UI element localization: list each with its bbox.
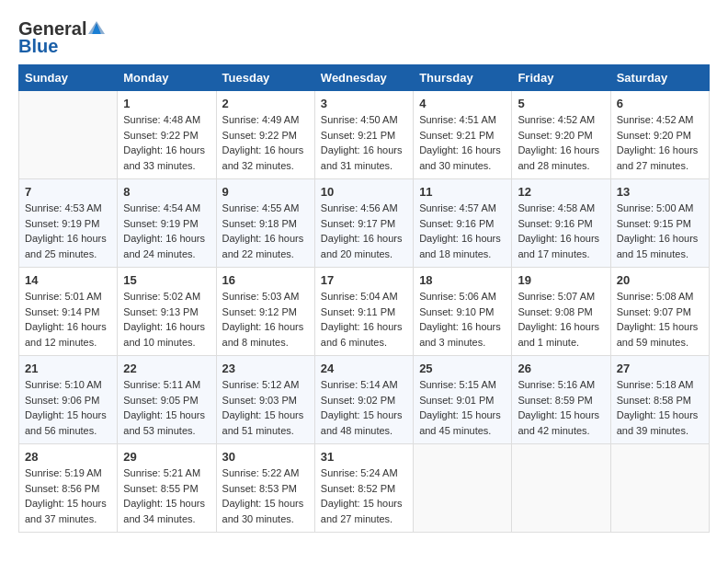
day-info: Sunrise: 5:19 AMSunset: 8:56 PMDaylight:… xyxy=(25,465,111,526)
day-number: 25 xyxy=(419,362,506,375)
day-cell: 11Sunrise: 4:57 AMSunset: 9:16 PMDayligh… xyxy=(414,179,512,268)
day-number: 6 xyxy=(617,97,703,110)
logo: General Blue xyxy=(18,18,105,57)
day-number: 26 xyxy=(518,362,604,375)
day-info: Sunrise: 5:08 AMSunset: 9:07 PMDaylight:… xyxy=(617,289,703,350)
day-info: Sunrise: 5:01 AMSunset: 9:14 PMDaylight:… xyxy=(25,289,111,350)
week-row-2: 7Sunrise: 4:53 AMSunset: 9:19 PMDaylight… xyxy=(19,179,710,268)
day-cell: 6Sunrise: 4:52 AMSunset: 9:20 PMDaylight… xyxy=(610,91,709,179)
day-cell: 30Sunrise: 5:22 AMSunset: 8:53 PMDayligh… xyxy=(216,444,314,533)
week-row-4: 21Sunrise: 5:10 AMSunset: 9:06 PMDayligh… xyxy=(19,356,710,444)
day-number: 9 xyxy=(222,185,309,199)
day-number: 21 xyxy=(25,362,111,375)
calendar-table: SundayMondayTuesdayWednesdayThursdayFrid… xyxy=(18,64,710,533)
day-cell: 8Sunrise: 4:54 AMSunset: 9:19 PMDaylight… xyxy=(118,179,216,268)
logo-triangle-icon xyxy=(88,19,105,36)
day-number: 17 xyxy=(321,273,407,287)
day-cell: 12Sunrise: 4:58 AMSunset: 9:16 PMDayligh… xyxy=(512,179,610,268)
day-info: Sunrise: 5:14 AMSunset: 9:02 PMDaylight:… xyxy=(321,377,407,438)
header-cell-tuesday: Tuesday xyxy=(216,65,314,91)
day-cell: 4Sunrise: 4:51 AMSunset: 9:21 PMDaylight… xyxy=(414,91,512,179)
day-info: Sunrise: 5:21 AMSunset: 8:55 PMDaylight:… xyxy=(123,465,210,526)
header-cell-wednesday: Wednesday xyxy=(314,65,413,91)
day-number: 8 xyxy=(123,185,210,199)
day-number: 28 xyxy=(25,450,111,464)
header-cell-saturday: Saturday xyxy=(610,65,709,91)
day-number: 24 xyxy=(321,362,407,375)
day-cell: 25Sunrise: 5:15 AMSunset: 9:01 PMDayligh… xyxy=(414,356,512,444)
day-number: 31 xyxy=(321,450,407,464)
day-cell: 10Sunrise: 4:56 AMSunset: 9:17 PMDayligh… xyxy=(314,179,413,268)
day-number: 12 xyxy=(518,185,604,199)
day-info: Sunrise: 4:50 AMSunset: 9:21 PMDaylight:… xyxy=(321,112,407,173)
day-number: 30 xyxy=(222,450,309,464)
day-info: Sunrise: 5:16 AMSunset: 8:59 PMDaylight:… xyxy=(518,377,604,438)
day-cell: 29Sunrise: 5:21 AMSunset: 8:55 PMDayligh… xyxy=(118,444,216,533)
day-number: 27 xyxy=(617,362,703,375)
day-cell: 19Sunrise: 5:07 AMSunset: 9:08 PMDayligh… xyxy=(512,268,610,356)
day-info: Sunrise: 5:12 AMSunset: 9:03 PMDaylight:… xyxy=(222,377,309,438)
day-number: 3 xyxy=(321,97,407,110)
day-info: Sunrise: 4:52 AMSunset: 9:20 PMDaylight:… xyxy=(518,112,604,173)
day-info: Sunrise: 5:03 AMSunset: 9:12 PMDaylight:… xyxy=(222,289,309,350)
day-cell: 31Sunrise: 5:24 AMSunset: 8:52 PMDayligh… xyxy=(314,444,413,533)
day-number: 22 xyxy=(123,362,210,375)
day-cell: 13Sunrise: 5:00 AMSunset: 9:15 PMDayligh… xyxy=(610,179,709,268)
day-info: Sunrise: 5:07 AMSunset: 9:08 PMDaylight:… xyxy=(518,289,604,350)
day-info: Sunrise: 5:15 AMSunset: 9:01 PMDaylight:… xyxy=(419,377,506,438)
day-number: 13 xyxy=(617,185,703,199)
header-cell-friday: Friday xyxy=(512,65,610,91)
day-info: Sunrise: 5:18 AMSunset: 8:58 PMDaylight:… xyxy=(617,377,703,438)
day-info: Sunrise: 4:54 AMSunset: 9:19 PMDaylight:… xyxy=(123,201,210,261)
day-cell: 28Sunrise: 5:19 AMSunset: 8:56 PMDayligh… xyxy=(19,444,118,533)
day-cell: 9Sunrise: 4:55 AMSunset: 9:18 PMDaylight… xyxy=(216,179,314,268)
day-cell xyxy=(19,91,118,179)
day-number: 29 xyxy=(123,450,210,464)
day-cell: 15Sunrise: 5:02 AMSunset: 9:13 PMDayligh… xyxy=(118,268,216,356)
day-info: Sunrise: 5:10 AMSunset: 9:06 PMDaylight:… xyxy=(25,377,111,438)
day-number: 18 xyxy=(419,273,506,287)
day-info: Sunrise: 5:04 AMSunset: 9:11 PMDaylight:… xyxy=(321,289,407,350)
day-info: Sunrise: 5:06 AMSunset: 9:10 PMDaylight:… xyxy=(419,289,506,350)
day-cell: 22Sunrise: 5:11 AMSunset: 9:05 PMDayligh… xyxy=(118,356,216,444)
day-number: 14 xyxy=(25,273,111,287)
day-info: Sunrise: 4:53 AMSunset: 9:19 PMDaylight:… xyxy=(25,201,111,261)
day-number: 23 xyxy=(222,362,309,375)
day-info: Sunrise: 5:00 AMSunset: 9:15 PMDaylight:… xyxy=(617,201,703,261)
day-cell: 21Sunrise: 5:10 AMSunset: 9:06 PMDayligh… xyxy=(19,356,118,444)
day-cell: 18Sunrise: 5:06 AMSunset: 9:10 PMDayligh… xyxy=(414,268,512,356)
day-info: Sunrise: 5:22 AMSunset: 8:53 PMDaylight:… xyxy=(222,465,309,526)
calendar-body: 1Sunrise: 4:48 AMSunset: 9:22 PMDaylight… xyxy=(19,91,710,533)
header-cell-thursday: Thursday xyxy=(414,65,512,91)
day-info: Sunrise: 4:51 AMSunset: 9:21 PMDaylight:… xyxy=(419,112,506,173)
day-info: Sunrise: 4:52 AMSunset: 9:20 PMDaylight:… xyxy=(617,112,703,173)
day-number: 5 xyxy=(518,97,604,110)
day-info: Sunrise: 4:57 AMSunset: 9:16 PMDaylight:… xyxy=(419,201,506,261)
day-number: 7 xyxy=(25,185,111,199)
day-info: Sunrise: 4:58 AMSunset: 9:16 PMDaylight:… xyxy=(518,201,604,261)
header-cell-monday: Monday xyxy=(118,65,216,91)
day-number: 16 xyxy=(222,273,309,287)
day-cell xyxy=(512,444,610,533)
day-cell xyxy=(610,444,709,533)
day-cell: 26Sunrise: 5:16 AMSunset: 8:59 PMDayligh… xyxy=(512,356,610,444)
day-cell xyxy=(414,444,512,533)
week-row-3: 14Sunrise: 5:01 AMSunset: 9:14 PMDayligh… xyxy=(19,268,710,356)
day-cell: 5Sunrise: 4:52 AMSunset: 9:20 PMDaylight… xyxy=(512,91,610,179)
day-number: 15 xyxy=(123,273,210,287)
logo-blue-text: Blue xyxy=(18,36,58,57)
day-info: Sunrise: 4:49 AMSunset: 9:22 PMDaylight:… xyxy=(222,112,309,173)
week-row-5: 28Sunrise: 5:19 AMSunset: 8:56 PMDayligh… xyxy=(19,444,710,533)
day-cell: 16Sunrise: 5:03 AMSunset: 9:12 PMDayligh… xyxy=(216,268,314,356)
day-cell: 14Sunrise: 5:01 AMSunset: 9:14 PMDayligh… xyxy=(19,268,118,356)
header: General Blue xyxy=(18,18,710,57)
day-number: 10 xyxy=(321,185,407,199)
day-number: 20 xyxy=(617,273,703,287)
day-cell: 17Sunrise: 5:04 AMSunset: 9:11 PMDayligh… xyxy=(314,268,413,356)
day-info: Sunrise: 5:24 AMSunset: 8:52 PMDaylight:… xyxy=(321,465,407,526)
day-cell: 24Sunrise: 5:14 AMSunset: 9:02 PMDayligh… xyxy=(314,356,413,444)
day-number: 1 xyxy=(123,97,210,110)
calendar-header: SundayMondayTuesdayWednesdayThursdayFrid… xyxy=(19,65,710,91)
day-cell: 27Sunrise: 5:18 AMSunset: 8:58 PMDayligh… xyxy=(610,356,709,444)
day-info: Sunrise: 5:02 AMSunset: 9:13 PMDaylight:… xyxy=(123,289,210,350)
